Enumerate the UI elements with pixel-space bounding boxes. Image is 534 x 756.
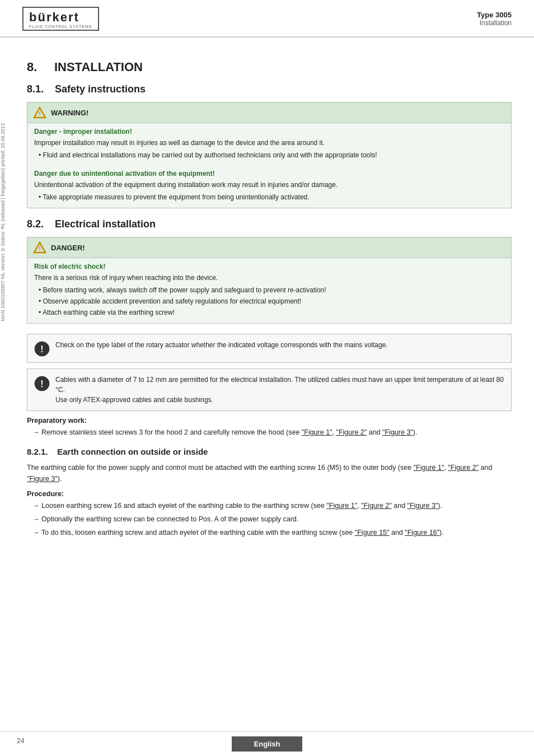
preparatory-bullet: Remove stainless steel screws 3 for the … [32,427,512,438]
link-fig1b[interactable]: "Figure 1" [326,502,357,510]
warning-title: WARNING! [51,109,88,117]
danger-bullet2: Observe applicable accident prevention a… [39,296,504,306]
warning-danger2-title: Danger due to unintentional activation o… [34,170,504,178]
link-fig2[interactable]: "Figure 2" [448,464,479,472]
header-info: Type 3005 Installation [477,11,512,27]
svg-text:!: ! [40,379,43,389]
notice-block-2: ! Cables with a diameter of 7 to 12 mm a… [27,368,512,411]
link-figure2[interactable]: "Figure 2" [336,428,367,436]
logo-box: bürkert FLUID CONTROL SYSTEMS [22,7,99,31]
header-type: Type 3005 [477,11,512,19]
danger-icon: ! [33,241,46,254]
danger-bullet3: Attach earthing cable via the earthing s… [39,307,504,318]
link-fig15[interactable]: "Figure 15" [355,529,390,536]
link-fig1[interactable]: "Figure 1" [414,464,444,472]
danger1-title: Risk of electric shock! [34,263,504,270]
section-8-2-1-heading: 8.2.1. Earth connection on outside or in… [27,447,512,456]
logo-tagline: FLUID CONTROL SYSTEMS [29,25,92,29]
warning-header: ! WARNING! [27,102,511,123]
link-figure1[interactable]: "Figure 1" [302,428,332,436]
preparatory-label: Preparatory work: [27,417,512,424]
danger-title: DANGER! [51,244,85,252]
danger-block: ! DANGER! Risk of electric shock! There … [27,237,512,324]
link-fig16[interactable]: "Figure 16" [405,529,439,536]
procedure-bullet2: Optionally the earthing screw can be con… [32,514,512,525]
main-content: 8. INSTALLATION 8.1. Safety instructions… [10,38,534,574]
procedure-bullet3: To do this, loosen earthing screw and at… [32,527,512,538]
warning-danger2-text: Unintentional activation of the equipmen… [34,180,504,190]
page-header: bürkert FLUID CONTROL SYSTEMS Type 3005 … [0,0,534,38]
warning-block: ! WARNING! Danger - improper installatio… [27,102,512,208]
danger-header: ! DANGER! [27,237,511,258]
procedure-bullet1: Loosen earthing screw 16 and attach eyel… [32,500,512,511]
warning-body: Danger - improper installation! Improper… [27,123,511,208]
section-8-heading: 8. INSTALLATION [27,60,512,74]
danger1-text: There is a serious risk of injury when r… [34,273,504,283]
warning-danger1-text: Improper installation may result in inju… [34,138,504,148]
notice-text-2: Cables with a diameter of 7 to 12 mm are… [55,375,504,405]
procedure-label: Procedure: [27,490,512,498]
notice-icon-2: ! [34,376,50,391]
svg-text:!: ! [39,110,41,117]
link-fig3[interactable]: "Figure 3" [27,475,58,483]
page-footer: English [0,731,534,756]
footer-language: English [232,736,303,752]
danger-body: Risk of electric shock! There is a serio… [27,258,511,323]
logo-name: bürkert [29,10,92,25]
notice-block-1: ! Check on the type label of the rotary … [27,334,512,363]
link-fig2b[interactable]: "Figure 2" [361,502,392,510]
earth-intro: The earthing cable for the power supply … [27,462,512,484]
logo-area: bürkert FLUID CONTROL SYSTEMS [22,7,99,31]
warning-danger1-title: Danger - improper installation! [34,128,504,136]
danger-bullet1: Before starting work, always switch off … [39,285,504,295]
section-8-1-heading: 8.1. Safety instructions [27,83,512,95]
svg-text:!: ! [39,245,41,252]
notice-text-1: Check on the type label of the rotary ac… [55,340,388,350]
side-margin-text: MAN 1000105907 ML Version: D Status: RL … [0,123,7,321]
warning-icon: ! [33,106,46,119]
link-fig3b[interactable]: "Figure 3" [407,502,438,510]
warning-danger2-bullet: Take appropriate measures to prevent the… [39,192,504,202]
header-subtitle: Installation [477,19,512,27]
section-8-2-heading: 8.2. Electrical installation [27,218,512,230]
link-figure3a[interactable]: "Figure 3" [382,428,413,436]
warning-danger1-bullet: Fluid and electrical installations may b… [39,150,504,160]
svg-text:!: ! [40,344,43,354]
notice-icon-1: ! [34,341,50,357]
